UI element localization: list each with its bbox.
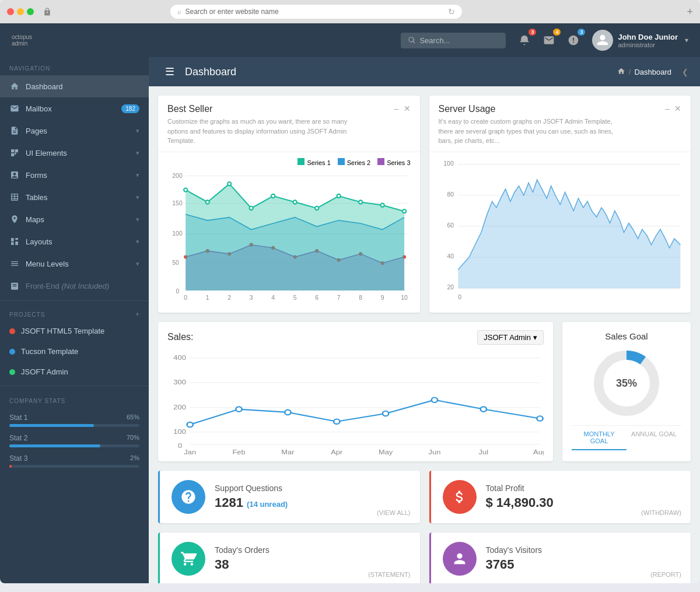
breadcrumb-home-icon[interactable] <box>617 67 625 77</box>
close-dot[interactable] <box>7 8 14 15</box>
home-icon <box>9 81 20 92</box>
svg-text:1: 1 <box>206 294 209 300</box>
svg-point-75 <box>537 416 542 421</box>
alert-icon <box>568 34 579 46</box>
stat-item-3: Stat 3 2% <box>9 454 139 468</box>
maximize-dot[interactable] <box>27 8 34 15</box>
minimize-dot[interactable] <box>17 8 24 15</box>
new-tab-button[interactable]: + <box>687 6 693 18</box>
visitors-info: Today's Visitors 3765 <box>486 545 680 572</box>
sidebar-item-project-2[interactable]: Tucson Template <box>0 341 149 362</box>
support-unread: (14 unread) <box>247 500 288 509</box>
stat-1-pct: 65% <box>127 414 139 422</box>
stat-2-bar-fill <box>9 444 100 447</box>
support-info: Support Questions 1281 (14 unread) <box>215 484 408 510</box>
svg-text:8: 8 <box>359 294 362 300</box>
forms-icon <box>9 170 20 180</box>
mail-button[interactable]: 4 <box>540 31 558 50</box>
sidebar-item-ui-elements[interactable]: UI Elements ▾ <box>0 142 149 164</box>
mail-nav-icon <box>9 103 20 114</box>
statement-link[interactable]: (STATEMENT) <box>368 571 410 578</box>
svg-text:400: 400 <box>173 354 186 362</box>
svg-text:20: 20 <box>447 283 454 290</box>
menu-levels-icon <box>9 258 20 269</box>
browser-dots <box>7 8 34 15</box>
project-dot-green <box>9 369 15 375</box>
svg-text:200: 200 <box>173 403 186 411</box>
menu-chevron-icon: ▾ <box>136 260 139 268</box>
ui-elements-icon <box>9 148 20 158</box>
sales-dropdown[interactable]: JSOFT Admin ▾ <box>477 330 544 345</box>
svg-text:150: 150 <box>172 199 183 206</box>
svg-point-28 <box>271 194 275 197</box>
avatar <box>592 30 613 51</box>
svg-text:Mar: Mar <box>281 449 294 456</box>
alert-button[interactable]: 3 <box>564 31 583 50</box>
browser-chrome: ⌕ Search or enter website name ↻ + <box>0 0 700 23</box>
sidebar-item-forms[interactable]: Forms ▾ <box>0 164 149 186</box>
logo: OCTOPUS admin <box>12 34 32 47</box>
close-best-seller[interactable]: ✕ <box>404 104 411 113</box>
annual-goal-tab[interactable]: ANNUAL GOAL <box>626 426 681 450</box>
svg-text:Jan: Jan <box>184 449 196 456</box>
report-link[interactable]: (REPORT) <box>650 571 681 578</box>
goal-percentage: 35% <box>616 377 637 389</box>
view-all-link[interactable]: (VIEW ALL) <box>377 509 410 516</box>
best-seller-body: Series 1 Series 2 Series 3 200 150 100 <box>158 152 420 309</box>
close-server-usage[interactable]: ✕ <box>674 104 681 113</box>
sidebar-item-mailbox[interactable]: Mailbox 182 <box>0 97 149 120</box>
content-inner: Best Seller Customize the graphs as much… <box>149 86 700 583</box>
visitors-value: 3765 <box>486 557 680 572</box>
logo-sub: admin <box>12 40 32 47</box>
address-bar[interactable]: ⌕ Search or enter website name ↻ <box>170 5 462 19</box>
total-profit-card: Total Profit $ 14,890.30 (WITHDRAW) <box>429 471 691 523</box>
sidebar-item-frontend[interactable]: Front-End (Not Included) <box>0 275 149 297</box>
legend-series1: Series 1 <box>298 158 330 166</box>
maps-label: Maps <box>26 215 130 224</box>
maps-icon <box>9 214 20 225</box>
svg-point-24 <box>184 188 187 191</box>
sidebar-item-maps[interactable]: Maps ▾ <box>0 208 149 230</box>
sidebar-item-pages[interactable]: Pages ▾ <box>0 120 149 142</box>
hamburger-button[interactable]: ☰ <box>160 63 179 80</box>
minimize-server-usage[interactable]: – <box>665 104 670 113</box>
orders-icon-circle <box>172 542 205 576</box>
best-seller-header: Best Seller Customize the graphs as much… <box>158 96 420 152</box>
monthly-goal-tab[interactable]: MONTHLY GOAL <box>572 426 626 450</box>
best-seller-legend: Series 1 Series 2 Series 3 <box>167 158 411 166</box>
svg-point-31 <box>337 194 341 197</box>
svg-point-73 <box>432 397 438 402</box>
breadcrumb-collapse-icon[interactable]: ❮ <box>682 68 688 76</box>
sidebar-item-layouts[interactable]: Layouts ▾ <box>0 230 149 253</box>
sidebar-item-dashboard[interactable]: Dashboard <box>0 75 149 97</box>
user-icon <box>596 34 609 47</box>
projects-add-icon[interactable]: + <box>135 310 139 318</box>
refresh-icon[interactable]: ↻ <box>448 7 455 16</box>
tables-label: Tables <box>26 193 130 202</box>
ui-elements-label: UI Elements <box>26 149 130 157</box>
svg-text:10: 10 <box>401 294 408 300</box>
search-input[interactable] <box>419 36 489 45</box>
bell-button[interactable]: 3 <box>515 31 534 50</box>
minimize-best-seller[interactable]: – <box>394 104 399 113</box>
search-icon <box>408 36 416 44</box>
forms-label: Forms <box>26 171 130 180</box>
user-menu[interactable]: John Doe Junior administrator ▾ <box>592 30 688 51</box>
sidebar-item-project-1[interactable]: JSOFT HTML5 Template <box>0 321 149 341</box>
content-header: ☰ Dashboard / Dashboard ❮ <box>149 57 700 86</box>
svg-text:Aug: Aug <box>533 449 544 456</box>
sidebar-item-tables[interactable]: Tables ▾ <box>0 186 149 208</box>
search-box[interactable] <box>401 33 506 48</box>
legend-series2: Series 2 <box>338 158 370 166</box>
todays-orders-card: Today's Orders 38 (STATEMENT) <box>158 533 420 584</box>
svg-text:Apr: Apr <box>331 449 342 456</box>
mail-badge: 4 <box>553 29 561 36</box>
support-value: 1281 (14 unread) <box>215 495 408 510</box>
sidebar-item-project-3[interactable]: JSOFT Admin <box>0 362 149 382</box>
sidebar-item-menu-levels[interactable]: Menu Levels ▾ <box>0 253 149 275</box>
support-count: 1281 <box>215 495 243 510</box>
withdraw-link[interactable]: (WITHDRAW) <box>641 509 681 516</box>
stat-item-1: Stat 1 65% <box>9 414 139 427</box>
tables-chevron-icon: ▾ <box>136 194 139 201</box>
visitors-icon-circle <box>443 542 477 576</box>
